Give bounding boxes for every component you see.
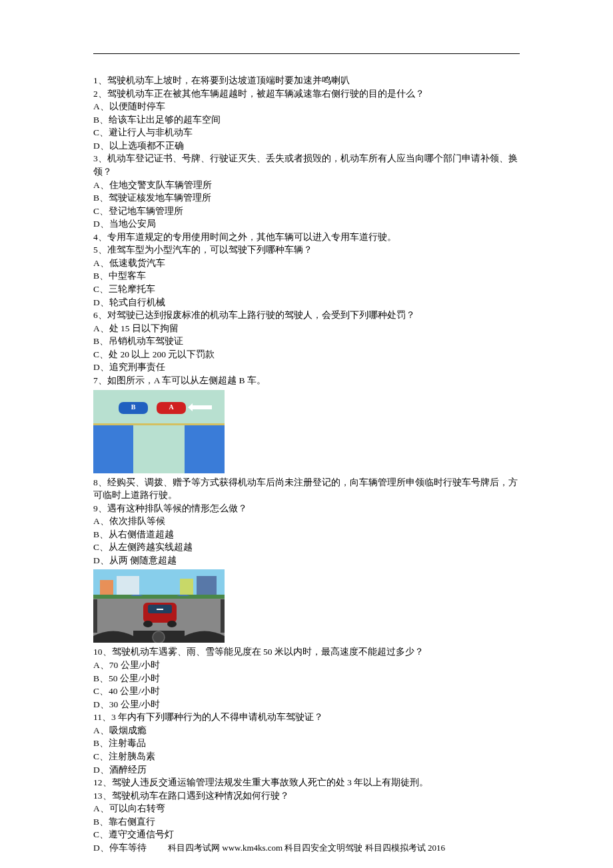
option: D、从两 侧随意超越 — [93, 554, 520, 567]
q-num: 7 — [93, 375, 98, 385]
option: B、驾驶证核发地车辆管理所 — [93, 191, 520, 205]
option: D、以上选项都不正确 — [93, 139, 520, 153]
svg-rect-15 — [221, 599, 225, 633]
option: C、三轮摩托车 — [93, 283, 520, 296]
q-num: 3 — [93, 153, 98, 163]
q-num: 11 — [93, 712, 102, 722]
q-text: 专用车道规定的专用使用时间之外，其他车辆可以进入专用车道行驶。 — [107, 232, 396, 242]
q-num: 12 — [93, 777, 103, 787]
option: B、靠右侧直行 — [93, 815, 520, 829]
q-num: 9 — [93, 503, 98, 513]
question-13: 13、驾驶机动车在路口遇到这种情况如何行驶？ — [93, 789, 520, 803]
diagram-q7: B A — [93, 390, 225, 473]
q-text: 经购买、调拨、赠予等方式获得机动车后尚未注册登记的，向车辆管理所申领临时行驶车号… — [93, 477, 518, 501]
q-num: 5 — [93, 245, 98, 255]
option: A、吸烟成瘾 — [93, 724, 520, 737]
diagram-q9 — [93, 569, 225, 643]
svg-rect-5 — [197, 576, 217, 596]
svg-rect-2 — [100, 580, 113, 596]
q-text: 驾驶机动车在路口遇到这种情况如何行驶？ — [112, 791, 289, 801]
option: B、注射毒品 — [93, 737, 520, 750]
q-text: 驾驶机动车遇雾、雨、雪等能见度在 50 米以内时，最高速度不能超过多少？ — [112, 647, 424, 657]
svg-point-9 — [143, 621, 153, 627]
option: A、可以向右转弯 — [93, 802, 520, 815]
q-text: 机动车登记证书、号牌、行驶证灭失、丢失或者损毁的，机动车所有人应当向哪个部门申请… — [93, 153, 518, 177]
q-text: 如图所示，A 车可以从左侧超越 B 车。 — [107, 375, 266, 385]
option: B、从右侧借道超越 — [93, 528, 520, 541]
option: C、避让行人与非机动车 — [93, 126, 520, 139]
q-num: 13 — [93, 791, 103, 801]
option: C、处 20 以上 200 元以下罚款 — [93, 348, 520, 361]
option: A、住地交警支队车辆管理所 — [93, 179, 520, 192]
option: A、低速载货汽车 — [93, 257, 520, 270]
q-text: 对驾驶已达到报废标准的机动车上路行驶的驾驶人，会受到下列哪种处罚？ — [107, 310, 415, 320]
option: D、酒醉经历 — [93, 763, 520, 777]
svg-point-12 — [153, 631, 165, 643]
svg-rect-4 — [180, 579, 193, 596]
q-text: 驾驶机动车正在被其他车辆超越时，被超车辆减速靠右侧行驶的目的是什么？ — [107, 89, 424, 99]
option: C、登记地车辆管理所 — [93, 205, 520, 218]
q-text: 准驾车型为小型汽车的，可以驾驶下列哪种车辆？ — [107, 245, 312, 255]
q-num: 6 — [93, 310, 98, 320]
page-footer: 科目四考试网 www.km4ks.com 科目四安全文明驾驶 科目四模拟考试 2… — [0, 841, 613, 855]
q-text: 遇有这种排队等候的情形怎么做？ — [107, 503, 247, 513]
question-8: 8、经购买、调拨、赠予等方式获得机动车后尚未注册登记的，向车辆管理所申领临时行驶… — [93, 476, 520, 502]
q-num: 2 — [93, 89, 98, 99]
question-9: 9、遇有这种排队等候的情形怎么做？ — [93, 502, 520, 515]
question-10: 10、驾驶机动车遇雾、雨、雪等能见度在 50 米以内时，最高速度不能超过多少？ — [93, 645, 520, 659]
svg-point-10 — [167, 621, 177, 627]
header-line — [93, 53, 520, 54]
svg-rect-14 — [93, 599, 97, 633]
question-12: 12、驾驶人违反交通运输管理法规发生重大事故致人死亡的处 3 年以上有期徒刑。 — [93, 776, 520, 789]
car-b-icon: B — [119, 402, 148, 414]
option: D、当地公安局 — [93, 217, 520, 231]
car-a-icon: A — [157, 402, 186, 414]
content-area: 1、驾驶机动车上坡时，在将要到达坡道顶端时要加速并鸣喇叭 2、驾驶机动车正在被其… — [93, 74, 520, 854]
option: A、以便随时停车 — [93, 100, 520, 113]
question-11: 11、3 年内有下列哪种行为的人不得申请机动车驾驶证？ — [93, 711, 520, 724]
question-2: 2、驾驶机动车正在被其他车辆超越时，被超车辆减速靠右侧行驶的目的是什么？ — [93, 87, 520, 101]
option: D、追究刑事责任 — [93, 361, 520, 374]
option: B、50 公里/小时 — [93, 672, 520, 685]
arrow-left-icon — [192, 405, 212, 409]
question-4: 4、专用车道规定的专用使用时间之外，其他车辆可以进入专用车道行驶。 — [93, 231, 520, 244]
option: B、中型客车 — [93, 269, 520, 283]
option: D、30 公里/小时 — [93, 698, 520, 711]
q-text: 驾驶人违反交通运输管理法规发生重大事故致人死亡的处 3 年以上有期徒刑。 — [112, 777, 429, 787]
svg-rect-6 — [93, 595, 225, 599]
option: D、轮式自行机械 — [93, 296, 520, 309]
question-7: 7、如图所示，A 车可以从左侧超越 B 车。 — [93, 374, 520, 387]
option: B、给该车让出足够的超车空间 — [93, 113, 520, 127]
question-1: 1、驾驶机动车上坡时，在将要到达坡道顶端时要加速并鸣喇叭 — [93, 74, 520, 87]
q-text: 驾驶机动车上坡时，在将要到达坡道顶端时要加速并鸣喇叭 — [107, 75, 350, 85]
option: B、吊销机动车驾驶证 — [93, 335, 520, 348]
q-num: 4 — [93, 232, 98, 242]
option: A、依次排队等候 — [93, 515, 520, 528]
option: C、从左侧跨越实线超越 — [93, 541, 520, 554]
question-6: 6、对驾驶已达到报废标准的机动车上路行驶的驾驶人，会受到下列哪种处罚？ — [93, 309, 520, 322]
q-num: 8 — [93, 477, 98, 487]
question-5: 5、准驾车型为小型汽车的，可以驾驶下列哪种车辆？ — [93, 243, 520, 257]
option: C、40 公里/小时 — [93, 685, 520, 698]
option: C、注射胰岛素 — [93, 750, 520, 763]
option: C、遵守交通信号灯 — [93, 828, 520, 841]
q-num: 1 — [93, 75, 98, 85]
q-text: 3 年内有下列哪种行为的人不得申请机动车驾驶证？ — [111, 712, 323, 722]
option: A、70 公里/小时 — [93, 659, 520, 672]
question-3: 3、机动车登记证书、号牌、行驶证灭失、丢失或者损毁的，机动车所有人应当向哪个部门… — [93, 152, 520, 178]
svg-rect-3 — [117, 576, 139, 596]
option: A、处 15 日以下拘留 — [93, 322, 520, 335]
q-num: 10 — [93, 647, 103, 657]
page-container: 1、驾驶机动车上坡时，在将要到达坡道顶端时要加速并鸣喇叭 2、驾驶机动车正在被其… — [0, 0, 613, 868]
